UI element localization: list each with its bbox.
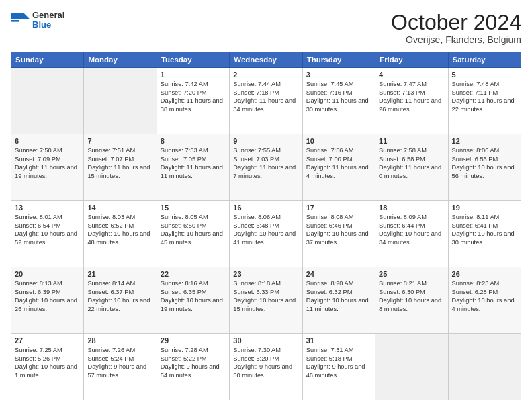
cell-content: Sunrise: 7:25 AM Sunset: 5:26 PM Dayligh… (15, 346, 80, 379)
calendar-cell: 30Sunrise: 7:30 AM Sunset: 5:20 PM Dayli… (230, 334, 302, 400)
calendar-cell: 5Sunrise: 7:48 AM Sunset: 7:11 PM Daylig… (448, 68, 521, 134)
calendar-cell: 15Sunrise: 8:05 AM Sunset: 6:50 PM Dayli… (157, 201, 229, 267)
calendar-cell: 29Sunrise: 7:28 AM Sunset: 5:22 PM Dayli… (157, 334, 229, 400)
cell-content: Sunrise: 8:06 AM Sunset: 6:48 PM Dayligh… (233, 213, 298, 246)
day-number: 4 (379, 71, 444, 79)
calendar-cell: 25Sunrise: 8:21 AM Sunset: 6:30 PM Dayli… (375, 267, 448, 334)
day-number: 25 (379, 270, 444, 278)
cell-content: Sunrise: 7:58 AM Sunset: 6:58 PM Dayligh… (379, 146, 444, 180)
calendar-cell: 14Sunrise: 8:03 AM Sunset: 6:52 PM Dayli… (84, 201, 157, 267)
cell-content: Sunrise: 7:47 AM Sunset: 7:13 PM Dayligh… (379, 80, 444, 113)
page: General Blue October 2024 Overijse, Flan… (0, 0, 532, 411)
cell-content: Sunrise: 7:50 AM Sunset: 7:09 PM Dayligh… (15, 146, 80, 180)
cell-content: Sunrise: 8:21 AM Sunset: 6:30 PM Dayligh… (379, 279, 444, 313)
calendar-title: October 2024 (391, 11, 521, 34)
day-number: 12 (452, 137, 517, 145)
cell-content: Sunrise: 7:30 AM Sunset: 5:20 PM Dayligh… (233, 346, 298, 379)
cell-content: Sunrise: 7:45 AM Sunset: 7:16 PM Dayligh… (306, 80, 371, 113)
cell-content: Sunrise: 8:01 AM Sunset: 6:54 PM Dayligh… (15, 213, 80, 246)
day-number: 10 (306, 137, 371, 145)
cell-content: Sunrise: 7:26 AM Sunset: 5:24 PM Dayligh… (87, 346, 152, 379)
logo-general-text: General (32, 11, 64, 20)
cell-content: Sunrise: 8:20 AM Sunset: 6:32 PM Dayligh… (306, 279, 371, 313)
cell-content: Sunrise: 8:08 AM Sunset: 6:46 PM Dayligh… (306, 213, 371, 246)
week-row-4: 20Sunrise: 8:13 AM Sunset: 6:39 PM Dayli… (11, 267, 521, 334)
calendar-cell: 12Sunrise: 8:00 AM Sunset: 6:56 PM Dayli… (448, 134, 521, 201)
day-number: 19 (452, 203, 517, 212)
calendar-cell: 16Sunrise: 8:06 AM Sunset: 6:48 PM Dayli… (230, 201, 302, 267)
cell-content: Sunrise: 8:00 AM Sunset: 6:56 PM Dayligh… (452, 146, 517, 180)
cell-content: Sunrise: 8:09 AM Sunset: 6:44 PM Dayligh… (379, 213, 444, 246)
day-number: 28 (87, 336, 152, 345)
calendar-cell: 18Sunrise: 8:09 AM Sunset: 6:44 PM Dayli… (375, 201, 448, 267)
day-number: 24 (306, 270, 371, 278)
day-header-sunday: Sunday (11, 52, 84, 68)
calendar-cell: 7Sunrise: 7:51 AM Sunset: 7:07 PM Daylig… (84, 134, 157, 201)
calendar-cell: 19Sunrise: 8:11 AM Sunset: 6:41 PM Dayli… (448, 201, 521, 267)
day-number: 27 (15, 336, 80, 345)
logo-icon (11, 11, 30, 30)
week-row-5: 27Sunrise: 7:25 AM Sunset: 5:26 PM Dayli… (11, 334, 521, 400)
day-number: 13 (15, 203, 80, 212)
day-header-saturday: Saturday (448, 52, 521, 68)
calendar-cell: 11Sunrise: 7:58 AM Sunset: 6:58 PM Dayli… (375, 134, 448, 201)
header-row: SundayMondayTuesdayWednesdayThursdayFrid… (11, 52, 521, 68)
cell-content: Sunrise: 8:16 AM Sunset: 6:35 PM Dayligh… (161, 279, 226, 313)
calendar-subtitle: Overijse, Flanders, Belgium (391, 34, 521, 45)
day-number: 8 (161, 137, 226, 145)
day-header-friday: Friday (375, 52, 448, 68)
calendar-cell: 2Sunrise: 7:44 AM Sunset: 7:18 PM Daylig… (230, 68, 302, 134)
day-header-thursday: Thursday (302, 52, 375, 68)
calendar-cell (448, 334, 521, 400)
calendar-cell: 8Sunrise: 7:53 AM Sunset: 7:05 PM Daylig… (157, 134, 229, 201)
week-row-1: 1Sunrise: 7:42 AM Sunset: 7:20 PM Daylig… (11, 68, 521, 134)
svg-marker-0 (24, 13, 30, 19)
calendar-cell: 26Sunrise: 8:23 AM Sunset: 6:28 PM Dayli… (448, 267, 521, 334)
day-header-tuesday: Tuesday (157, 52, 229, 68)
cell-content: Sunrise: 8:18 AM Sunset: 6:33 PM Dayligh… (233, 279, 298, 313)
cell-content: Sunrise: 7:53 AM Sunset: 7:05 PM Dayligh… (161, 146, 226, 180)
cell-content: Sunrise: 7:28 AM Sunset: 5:22 PM Dayligh… (161, 346, 226, 379)
cell-content: Sunrise: 7:44 AM Sunset: 7:18 PM Dayligh… (233, 80, 298, 113)
calendar-table: SundayMondayTuesdayWednesdayThursdayFrid… (11, 52, 521, 400)
logo: General Blue (11, 11, 64, 30)
day-number: 23 (233, 270, 298, 278)
cell-content: Sunrise: 7:55 AM Sunset: 7:03 PM Dayligh… (233, 146, 298, 180)
day-number: 29 (161, 336, 226, 345)
calendar-cell: 3Sunrise: 7:45 AM Sunset: 7:16 PM Daylig… (302, 68, 375, 134)
calendar-cell (375, 334, 448, 400)
header: General Blue October 2024 Overijse, Flan… (11, 11, 521, 45)
calendar-cell (11, 68, 84, 134)
day-number: 14 (87, 203, 152, 212)
week-row-2: 6Sunrise: 7:50 AM Sunset: 7:09 PM Daylig… (11, 134, 521, 201)
cell-content: Sunrise: 8:23 AM Sunset: 6:28 PM Dayligh… (452, 279, 517, 313)
calendar-cell: 1Sunrise: 7:42 AM Sunset: 7:20 PM Daylig… (157, 68, 229, 134)
cell-content: Sunrise: 7:42 AM Sunset: 7:20 PM Dayligh… (161, 80, 226, 113)
day-number: 7 (87, 137, 152, 145)
day-number: 18 (379, 203, 444, 212)
calendar-cell: 9Sunrise: 7:55 AM Sunset: 7:03 PM Daylig… (230, 134, 302, 201)
calendar-cell: 23Sunrise: 8:18 AM Sunset: 6:33 PM Dayli… (230, 267, 302, 334)
calendar-cell: 17Sunrise: 8:08 AM Sunset: 6:46 PM Dayli… (302, 201, 375, 267)
day-number: 21 (87, 270, 152, 278)
day-number: 2 (233, 71, 298, 79)
day-number: 9 (233, 137, 298, 145)
day-number: 30 (233, 336, 298, 345)
day-number: 6 (15, 137, 80, 145)
calendar-cell: 6Sunrise: 7:50 AM Sunset: 7:09 PM Daylig… (11, 134, 84, 201)
cell-content: Sunrise: 7:31 AM Sunset: 5:18 PM Dayligh… (306, 346, 371, 379)
day-number: 16 (233, 203, 298, 212)
svg-rect-2 (11, 20, 19, 22)
day-number: 1 (161, 71, 226, 79)
cell-content: Sunrise: 8:11 AM Sunset: 6:41 PM Dayligh… (452, 213, 517, 246)
day-header-wednesday: Wednesday (230, 52, 302, 68)
day-number: 5 (452, 71, 517, 79)
calendar-cell: 20Sunrise: 8:13 AM Sunset: 6:39 PM Dayli… (11, 267, 84, 334)
cell-content: Sunrise: 8:13 AM Sunset: 6:39 PM Dayligh… (15, 279, 80, 313)
day-number: 26 (452, 270, 517, 278)
calendar-cell: 24Sunrise: 8:20 AM Sunset: 6:32 PM Dayli… (302, 267, 375, 334)
cell-content: Sunrise: 7:51 AM Sunset: 7:07 PM Dayligh… (87, 146, 152, 180)
calendar-cell: 31Sunrise: 7:31 AM Sunset: 5:18 PM Dayli… (302, 334, 375, 400)
cell-content: Sunrise: 7:56 AM Sunset: 7:00 PM Dayligh… (306, 146, 371, 180)
calendar-cell: 13Sunrise: 8:01 AM Sunset: 6:54 PM Dayli… (11, 201, 84, 267)
